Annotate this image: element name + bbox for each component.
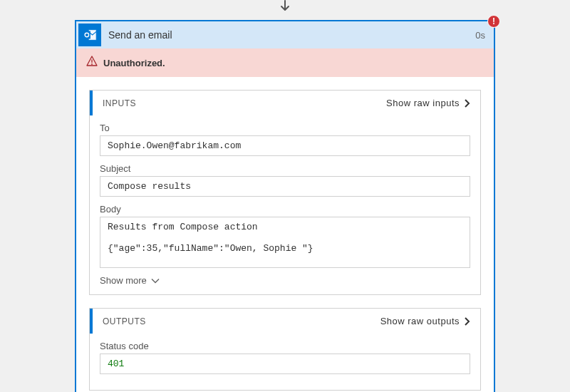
error-message: Unauthorized.: [103, 58, 165, 68]
chevron-down-icon: [151, 278, 160, 284]
to-label: To: [100, 123, 470, 133]
chevron-right-icon: [464, 317, 470, 326]
body-value: Results from Compose action {"age":35,"f…: [100, 217, 470, 268]
chevron-right-icon: [464, 99, 470, 108]
body-label: Body: [100, 204, 470, 215]
outputs-title: OUTPUTS: [103, 316, 380, 326]
action-card: ! Send an email 0s Unauthorized.: [75, 20, 495, 392]
subject-value: Compose results: [100, 176, 470, 197]
outputs-section: OUTPUTS Show raw outputs Status code 401: [89, 308, 481, 391]
error-badge-icon: !: [487, 15, 500, 28]
input-field-subject: Subject Compose results: [100, 163, 470, 197]
subject-label: Subject: [100, 163, 470, 174]
output-field-status-code: Status code 401: [100, 341, 470, 374]
show-more-button[interactable]: Show more: [100, 275, 470, 286]
connector-arrow-icon: [279, 0, 291, 16]
input-field-to: To Sophie.Owen@fabrikam.com: [100, 123, 470, 156]
status-code-value: 401: [100, 354, 470, 374]
show-raw-outputs-link[interactable]: Show raw outputs: [380, 316, 470, 326]
to-value: Sophie.Owen@fabrikam.com: [100, 135, 470, 156]
inputs-section: INPUTS Show raw inputs To Sophie.Owen@fa…: [89, 90, 481, 295]
svg-point-5: [91, 63, 93, 65]
action-header[interactable]: Send an email 0s: [76, 21, 494, 48]
show-raw-inputs-label: Show raw inputs: [386, 98, 460, 108]
inputs-title: INPUTS: [103, 98, 386, 108]
show-more-label: Show more: [100, 275, 147, 286]
input-field-body: Body Results from Compose action {"age":…: [100, 204, 470, 268]
show-raw-outputs-label: Show raw outputs: [380, 316, 460, 326]
outlook-icon: [78, 24, 101, 46]
action-duration: 0s: [475, 30, 485, 41]
svg-rect-2: [83, 31, 90, 39]
error-banner: Unauthorized.: [76, 48, 494, 77]
status-code-label: Status code: [100, 341, 470, 351]
action-title: Send an email: [108, 29, 475, 41]
show-raw-inputs-link[interactable]: Show raw inputs: [386, 98, 470, 108]
warning-icon: [86, 56, 98, 70]
